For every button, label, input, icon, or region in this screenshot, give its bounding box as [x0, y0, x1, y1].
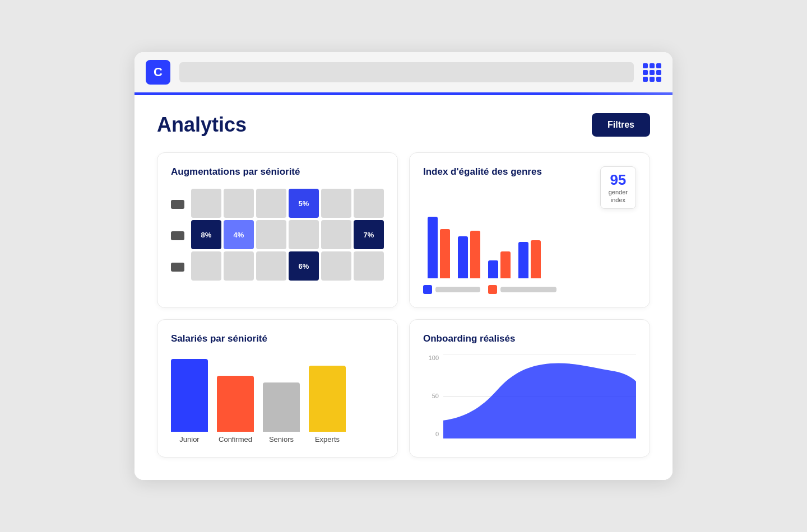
- bar-confirmed: [217, 376, 254, 432]
- hm-cell: [321, 189, 351, 218]
- hm-cell: [224, 251, 254, 281]
- address-bar[interactable]: [179, 62, 634, 82]
- hm-cell: [256, 220, 286, 249]
- row-label-1: [171, 200, 184, 209]
- bar-junior: [171, 359, 208, 432]
- bar-group-3: [488, 251, 511, 278]
- hm-cell: 7%: [354, 220, 384, 249]
- seniority-card: Salariés par séniorité Junior Confirmed …: [157, 319, 398, 458]
- bar-blue-3: [488, 260, 498, 278]
- hm-cell: [289, 220, 319, 249]
- heatmap-grid: 5% 8% 4% 7% 6%: [191, 189, 384, 281]
- hm-cell: [256, 251, 286, 281]
- gender-legend: [423, 285, 636, 294]
- bar-group-4: [518, 240, 541, 278]
- area-chart: [443, 354, 636, 438]
- hm-cell: 6%: [289, 251, 319, 281]
- legend-dot-red: [488, 285, 497, 294]
- legend-dot-blue: [423, 285, 432, 294]
- legend-item-blue: [423, 285, 480, 294]
- hm-cell: 4%: [224, 220, 254, 249]
- label-junior: Junior: [179, 435, 199, 444]
- hm-cell: [354, 189, 384, 218]
- bar-blue-2: [458, 236, 468, 278]
- hm-cell: 8%: [191, 220, 221, 249]
- onboarding-card: Onboarding réalisés 100 50 0: [409, 319, 650, 458]
- label-confirmed: Confirmed: [219, 435, 252, 444]
- page-title: Analytics: [157, 113, 247, 137]
- bar-red-3: [500, 251, 511, 278]
- dashboard-grid: Augmentations par séniorité: [157, 152, 650, 457]
- onboarding-chart-wrap: 100 50 0: [423, 354, 636, 438]
- page-header: Analytics Filtres: [157, 113, 650, 137]
- y-label-50: 50: [423, 393, 439, 399]
- seniority-chart: Junior Confirmed Seniors Experts: [171, 354, 384, 444]
- hm-cell: [191, 251, 221, 281]
- browser-frame: C Analytics Filtres Augmentations par sé…: [134, 52, 672, 479]
- area-svg: [443, 354, 636, 438]
- hm-cell: [191, 189, 221, 218]
- y-axis: 100 50 0: [423, 354, 439, 438]
- bar-red-1: [440, 229, 450, 278]
- seniority-bar-experts: Experts: [309, 366, 346, 444]
- y-label-100: 100: [423, 354, 439, 361]
- bar-group-2: [458, 231, 480, 278]
- legend-label-blue: [435, 287, 480, 292]
- gender-index-card: Index d'égalité des genres 95 genderinde…: [409, 152, 650, 307]
- hm-cell: [321, 251, 351, 281]
- hm-cell: [256, 189, 286, 218]
- filter-button[interactable]: Filtres: [592, 113, 650, 137]
- grid-menu-icon[interactable]: [643, 63, 661, 82]
- seniority-bar-confirmed: Confirmed: [217, 376, 254, 444]
- bar-experts: [309, 366, 346, 432]
- seniority-bar-junior: Junior: [171, 359, 208, 444]
- seniority-title: Salariés par séniorité: [171, 333, 384, 344]
- hm-cell: [354, 251, 384, 281]
- label-seniors: Seniors: [269, 435, 294, 444]
- main-content: Analytics Filtres Augmentations par séni…: [134, 95, 672, 479]
- hm-cell: [321, 220, 351, 249]
- hm-cell: 5%: [289, 189, 319, 218]
- bar-red-2: [470, 231, 480, 278]
- legend-item-red: [488, 285, 556, 294]
- hm-cell: [224, 189, 254, 218]
- augmentations-card: Augmentations par séniorité: [157, 152, 398, 307]
- onboarding-title: Onboarding réalisés: [423, 333, 636, 344]
- gender-title: Index d'égalité des genres: [423, 166, 542, 178]
- gender-badge-number: 95: [609, 171, 628, 189]
- gender-badge-label: genderindex: [609, 189, 628, 203]
- row-label-2: [171, 231, 184, 240]
- seniority-bar-seniors: Seniors: [263, 382, 300, 444]
- legend-label-red: [500, 287, 556, 292]
- augmentations-title: Augmentations par séniorité: [171, 166, 384, 178]
- bar-blue-1: [428, 217, 438, 278]
- row-label-3: [171, 263, 184, 272]
- gender-bar-chart: [423, 217, 636, 278]
- bar-red-4: [531, 240, 541, 278]
- app-logo: C: [146, 60, 170, 85]
- label-experts: Experts: [315, 435, 340, 444]
- browser-header: C: [134, 52, 672, 92]
- bar-group-1: [428, 217, 450, 278]
- bar-blue-4: [518, 242, 528, 278]
- y-label-0: 0: [423, 431, 439, 437]
- bar-seniors: [263, 382, 300, 432]
- gender-badge: 95 genderindex: [600, 166, 636, 208]
